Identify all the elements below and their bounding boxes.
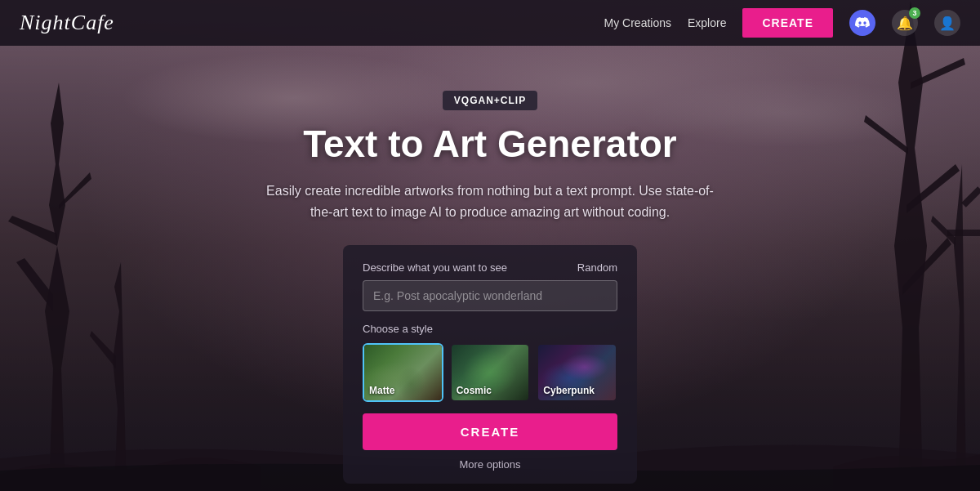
style-label: Choose a style (363, 323, 617, 335)
explore-link[interactable]: Explore (688, 16, 726, 29)
hero-subtitle: Easily create incredible artworks from n… (261, 181, 719, 222)
more-options-link[interactable]: More options (363, 458, 617, 471)
navbar: NightCafe My Creations Explore CREATE 🔔 … (0, 0, 980, 46)
prompt-label-row: Describe what you want to see Random (363, 261, 617, 274)
nav-create-button[interactable]: CREATE (742, 8, 833, 38)
notification-badge: 3 (909, 7, 920, 19)
style-options: Matte Cosmic Cyberpunk (363, 343, 617, 402)
style-card-matte[interactable]: Matte (363, 343, 443, 402)
algorithm-badge: VQGAN+CLIP (443, 91, 537, 110)
style-card-cyberpunk[interactable]: Cyberpunk (537, 343, 617, 402)
create-form: Describe what you want to see Random Cho… (343, 245, 637, 484)
style-cosmic-label: Cosmic (457, 385, 492, 396)
user-avatar[interactable]: 👤 (934, 10, 960, 36)
nav-right: My Creations Explore CREATE 🔔 3 👤 (604, 8, 960, 38)
discord-icon[interactable] (849, 10, 875, 36)
create-button[interactable]: CREATE (363, 413, 617, 450)
logo: NightCafe (20, 11, 114, 35)
prompt-input[interactable] (363, 280, 617, 311)
prompt-label: Describe what you want to see (363, 261, 507, 274)
hero-title: Text to Art Generator (303, 122, 677, 166)
hero-section: VQGAN+CLIP Text to Art Generator Easily … (0, 46, 980, 484)
random-link[interactable]: Random (577, 261, 617, 274)
my-creations-link[interactable]: My Creations (604, 16, 671, 29)
notifications-icon[interactable]: 🔔 3 (892, 10, 918, 36)
style-card-cosmic[interactable]: Cosmic (450, 343, 531, 402)
style-cyberpunk-label: Cyberpunk (543, 385, 595, 396)
style-matte-label: Matte (369, 385, 394, 396)
